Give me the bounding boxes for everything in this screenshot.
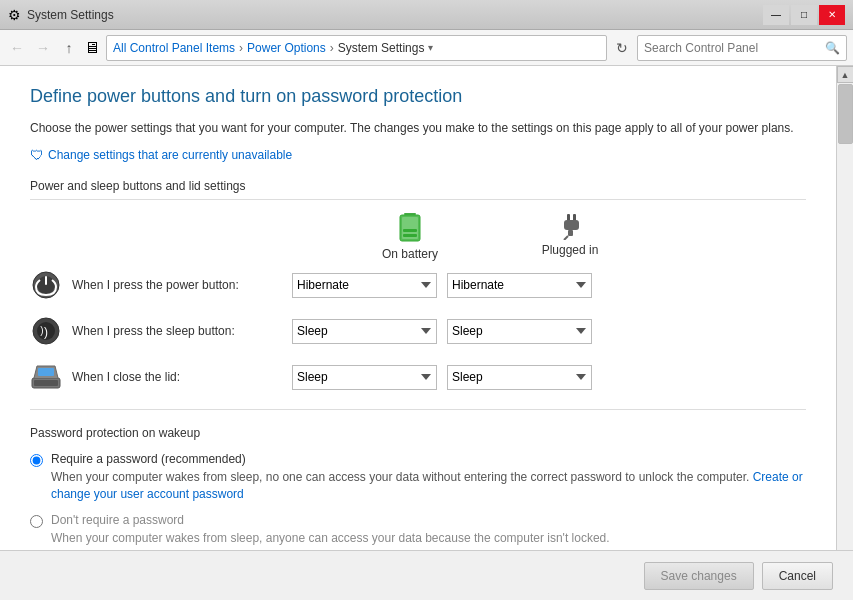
- lid-plugged-select[interactable]: Sleep Do nothing Hibernate Shut down Tur…: [447, 365, 592, 390]
- require-password-label: Require a password (recommended): [51, 452, 806, 466]
- up-button[interactable]: ↑: [58, 37, 80, 59]
- change-settings-link[interactable]: 🛡 Change settings that are currently una…: [30, 147, 806, 163]
- lid-svg-icon: [31, 364, 61, 390]
- svg-rect-3: [403, 234, 417, 237]
- power-button-battery-select[interactable]: Hibernate Do nothing Sleep Shut down Tur…: [292, 273, 437, 298]
- search-submit-button[interactable]: 🔍: [825, 41, 840, 55]
- sleep-button-plugged-select[interactable]: Sleep Do nothing Hibernate Shut down Tur…: [447, 319, 592, 344]
- title-bar-left: ⚙ System Settings: [8, 7, 114, 23]
- create-password-link[interactable]: Create or change your user account passw…: [51, 470, 803, 501]
- section-divider: [30, 409, 806, 410]
- no-password-radio[interactable]: [30, 515, 43, 528]
- plug-icon: [554, 212, 586, 240]
- forward-button[interactable]: →: [32, 37, 54, 59]
- lid-row: When I close the lid: Sleep Do nothing H…: [30, 361, 806, 393]
- breadcrumb-sep-2: ›: [330, 41, 334, 55]
- shield-icon: 🛡: [30, 147, 44, 163]
- app-icon: ⚙: [8, 7, 21, 23]
- section1-header: Power and sleep buttons and lid settings: [30, 179, 806, 200]
- scroll-up-button[interactable]: ▲: [837, 66, 854, 83]
- main-content: Define power buttons and turn on passwor…: [0, 66, 836, 600]
- lid-icon: [30, 361, 62, 393]
- svg-rect-8: [568, 230, 573, 236]
- cancel-button[interactable]: Cancel: [762, 562, 833, 590]
- power-button-selects: Hibernate Do nothing Sleep Shut down Tur…: [292, 273, 592, 298]
- maximize-button[interactable]: □: [791, 5, 817, 25]
- lid-selects: Sleep Do nothing Hibernate Shut down Tur…: [292, 365, 592, 390]
- minimize-button[interactable]: —: [763, 5, 789, 25]
- lid-battery-select[interactable]: Sleep Do nothing Hibernate Shut down Tur…: [292, 365, 437, 390]
- breadcrumb-sep-1: ›: [239, 41, 243, 55]
- col-plugged: Plugged in: [490, 212, 650, 261]
- nav-icon: 🖥: [84, 39, 100, 57]
- sleep-icon: ) ): [32, 317, 60, 345]
- power-icon: [32, 271, 60, 299]
- svg-rect-7: [564, 220, 579, 230]
- require-password-radio[interactable]: [30, 454, 43, 467]
- sleep-button-battery-select[interactable]: Sleep Do nothing Hibernate Shut down Tur…: [292, 319, 437, 344]
- title-controls: — □ ✕: [763, 5, 845, 25]
- power-button-row: When I press the power button: Hibernate…: [30, 269, 806, 301]
- save-button[interactable]: Save changes: [644, 562, 754, 590]
- col-battery: On battery: [330, 212, 490, 261]
- section2-title: Password protection on wakeup: [30, 426, 806, 440]
- battery-label: On battery: [382, 247, 438, 261]
- sleep-button-selects: Sleep Do nothing Hibernate Shut down Tur…: [292, 319, 592, 344]
- search-input[interactable]: [644, 41, 825, 55]
- col-empty: [50, 212, 330, 261]
- no-password-content: Don't require a password When your compu…: [51, 513, 610, 547]
- scroll-thumb[interactable]: [838, 84, 853, 144]
- svg-rect-12: [45, 276, 47, 285]
- svg-line-9: [564, 236, 568, 240]
- breadcrumb-power-options[interactable]: Power Options: [247, 41, 326, 55]
- window-title: System Settings: [27, 8, 114, 22]
- require-password-desc: When your computer wakes from sleep, no …: [51, 470, 803, 501]
- close-button[interactable]: ✕: [819, 5, 845, 25]
- no-password-desc: When your computer wakes from sleep, any…: [51, 531, 610, 545]
- refresh-button[interactable]: ↻: [611, 37, 633, 59]
- content-wrapper: Define power buttons and turn on passwor…: [0, 66, 853, 600]
- page-title: Define power buttons and turn on passwor…: [30, 86, 806, 107]
- power-button-plugged-select[interactable]: Hibernate Do nothing Sleep Shut down Tur…: [447, 273, 592, 298]
- plugged-column: Plugged in: [490, 212, 650, 257]
- svg-rect-18: [34, 380, 58, 386]
- battery-icon: [398, 212, 422, 244]
- password-options: Require a password (recommended) When yo…: [30, 452, 806, 546]
- power-button-label: When I press the power button:: [72, 278, 292, 292]
- breadcrumb-all-control-panel[interactable]: All Control Panel Items: [113, 41, 235, 55]
- breadcrumb-current: System Settings: [338, 41, 425, 55]
- require-password-content: Require a password (recommended) When yo…: [51, 452, 806, 503]
- plugged-label: Plugged in: [542, 243, 599, 257]
- svg-rect-19: [38, 368, 54, 376]
- breadcrumb-bar: All Control Panel Items › Power Options …: [106, 35, 607, 61]
- sleep-button-row: ) ) When I press the sleep button: Sleep…: [30, 315, 806, 347]
- svg-text:): ): [44, 325, 48, 339]
- lid-label: When I close the lid:: [72, 370, 292, 384]
- settings-link-text: Change settings that are currently unava…: [48, 148, 292, 162]
- power-button-icon: [30, 269, 62, 301]
- footer: Save changes Cancel: [0, 550, 853, 600]
- svg-text:): ): [40, 325, 43, 336]
- sleep-button-label: When I press the sleep button:: [72, 324, 292, 338]
- no-password-label: Don't require a password: [51, 513, 610, 527]
- scrollbar: ▲ ▼: [836, 66, 853, 600]
- scroll-track: [837, 83, 853, 583]
- title-bar: ⚙ System Settings — □ ✕: [0, 0, 853, 30]
- column-headers: On battery Plugged in: [30, 212, 806, 261]
- svg-rect-4: [403, 229, 417, 232]
- no-password-option: Don't require a password When your compu…: [30, 513, 806, 547]
- battery-column: On battery: [330, 212, 490, 261]
- back-button[interactable]: ←: [6, 37, 28, 59]
- page-description: Choose the power settings that you want …: [30, 119, 806, 137]
- breadcrumb-dropdown-icon: ▾: [428, 42, 433, 53]
- address-bar: ← → ↑ 🖥 All Control Panel Items › Power …: [0, 30, 853, 66]
- sleep-button-icon: ) ): [30, 315, 62, 347]
- require-password-option: Require a password (recommended) When yo…: [30, 452, 806, 503]
- search-box: 🔍: [637, 35, 847, 61]
